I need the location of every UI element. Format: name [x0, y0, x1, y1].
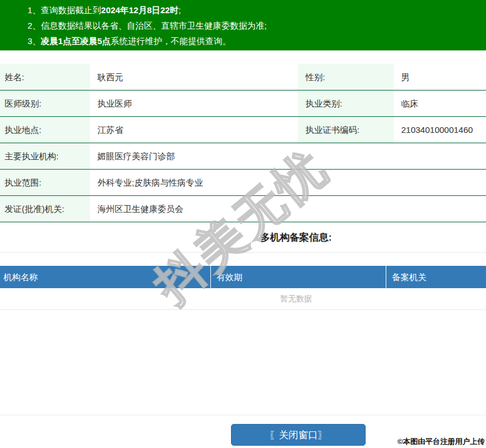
empty-state: 暂无数据 [0, 288, 486, 310]
column-header: 有效期 [211, 266, 386, 288]
table-row: 医师级别:执业医师执业类别:临床 [0, 91, 486, 117]
field-label: 姓名: [0, 64, 90, 90]
column-header: 备案机关 [386, 266, 486, 288]
notice-line: 3、凌晨1点至凌晨5点系统进行维护，不能提供查询。 [28, 33, 486, 49]
filing-table-header: 机构名称有效期备案机关 [0, 266, 486, 288]
profile-table: 姓名:耿西元性别:男医师级别:执业医师执业类别:临床执业地点:江苏省执业证书编码… [0, 64, 486, 222]
field-value: 江苏省 [90, 117, 298, 143]
notice-bold-text: 凌晨1点至凌晨5点 [41, 36, 111, 46]
notice-text: 1、查询数据截止到 [28, 5, 101, 15]
field-label: 性别: [298, 64, 394, 90]
field-value: 媚眼医疗美容门诊部 [90, 143, 486, 169]
table-row: 主要执业机构:媚眼医疗美容门诊部 [0, 143, 486, 170]
field-value: 耿西元 [90, 64, 298, 90]
field-label: 执业证书编码: [298, 117, 394, 143]
field-value: 男 [394, 64, 486, 90]
table-row: 姓名:耿西元性别:男 [0, 64, 486, 91]
notice-panel: 1、查询数据截止到2024年12月8日22时;2、信息数据结果以各省、自治区、直… [0, 0, 486, 50]
notice-text: 系统进行维护，不能提供查询。 [111, 36, 231, 46]
field-label: 主要执业机构: [0, 143, 90, 169]
close-window-button[interactable]: 〖关闭窗口〗 [231, 424, 366, 446]
field-label: 执业类别: [298, 91, 394, 116]
section-title-multi-institution: 多机构备案信息: [0, 223, 486, 252]
divider-line [0, 252, 486, 253]
table-row: 执业地点:江苏省执业证书编码:210340100001460 [0, 117, 486, 143]
divider-line-bottom [0, 415, 486, 415]
field-label: 执业范围: [0, 170, 90, 195]
field-value: 210340100001460 [394, 117, 486, 143]
field-value: 临床 [394, 91, 486, 116]
notice-bold-text: 2024年12月8日22时 [101, 5, 178, 15]
field-label: 执业地点: [0, 117, 90, 143]
field-value: 执业医师 [90, 91, 298, 116]
notice-text: 2、信息数据结果以各省、自治区、直辖市卫生健康委数据为准; [28, 21, 267, 30]
notice-text: 3、 [28, 36, 41, 46]
field-value: 海州区卫生健康委员会 [90, 196, 486, 222]
field-label: 发证(批准)机关: [0, 196, 90, 222]
column-header: 机构名称 [0, 266, 211, 288]
field-label: 医师级别: [0, 91, 90, 116]
field-value: 外科专业;皮肤病与性病专业 [90, 170, 486, 195]
notice-text: ; [178, 5, 181, 15]
table-row: 执业范围:外科专业;皮肤病与性病专业 [0, 170, 486, 196]
table-row: 发证(批准)机关:海州区卫生健康委员会 [0, 196, 486, 222]
copyright-stamp: ©本图由平台注册用户上传 [397, 437, 485, 447]
license-query-result-page: 1、查询数据截止到2024年12月8日22时;2、信息数据结果以各省、自治区、直… [0, 0, 486, 448]
notice-line: 1、查询数据截止到2024年12月8日22时; [28, 2, 486, 18]
notice-line: 2、信息数据结果以各省、自治区、直辖市卫生健康委数据为准; [28, 18, 486, 33]
